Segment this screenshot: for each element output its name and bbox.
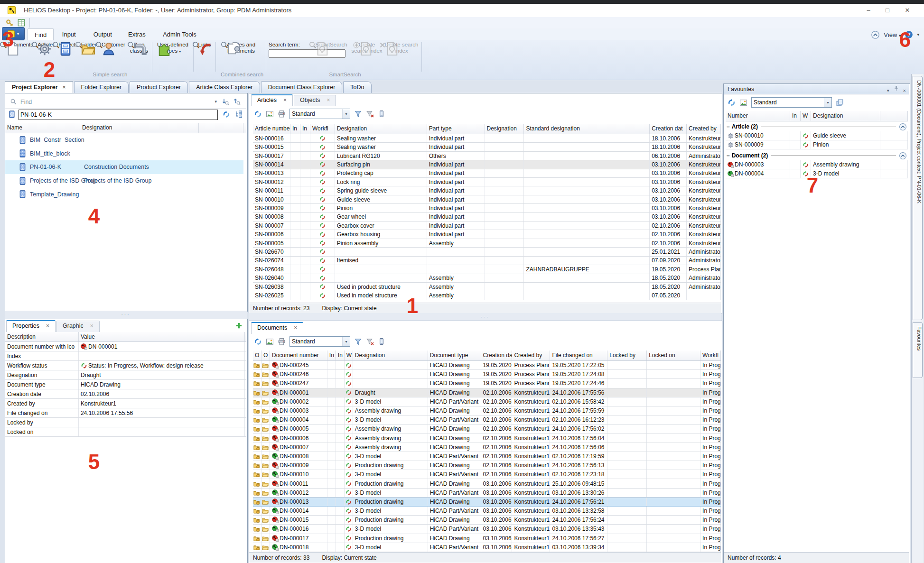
- document-row-DN-000012[interactable]: DN-0000123-D modelHiCAD Part/Variant03.1…: [253, 489, 721, 498]
- column-header[interactable]: Standard designation: [524, 124, 650, 134]
- ribbon-tab-output[interactable]: Output: [87, 28, 119, 40]
- context-vertical-tab[interactable]: DN-000001 (Document), Project context: P…: [913, 76, 923, 320]
- close-icon[interactable]: ×: [90, 323, 93, 329]
- document-row-DN-000014[interactable]: DN-0000143-D modelHiCAD Part/Variant03.1…: [253, 507, 721, 516]
- collapse-group-icon[interactable]: [899, 123, 907, 131]
- property-row[interactable]: Creation date02.10.2006: [5, 389, 246, 399]
- column-header[interactable]: W: [801, 111, 811, 121]
- column-header[interactable]: [880, 111, 908, 121]
- close-icon[interactable]: ×: [283, 97, 287, 103]
- print-icon[interactable]: [278, 110, 286, 118]
- article-row-SN-026048[interactable]: SN-026048ZAHNRADBAUGRUPPE19.05.2020Proce…: [253, 265, 721, 274]
- title-bar[interactable]: HELiOS Desktop - Project: PN-01-06-K, Fo…: [0, 4, 924, 17]
- document-row-DN-000002[interactable]: DN-0000023-D modelHiCAD Part/Variant02.1…: [253, 397, 721, 406]
- refresh-icon[interactable]: [223, 111, 230, 118]
- article-row-SN-000009[interactable]: SN-000009PinionIndividual part03.10.2006…: [253, 204, 721, 212]
- column-header[interactable]: Name: [5, 123, 80, 133]
- column-header[interactable]: Designation: [335, 124, 427, 134]
- article-row-SN-000016[interactable]: SN-000016Sealing washerIndividual part18…: [253, 134, 721, 143]
- column-header[interactable]: Locked on: [647, 351, 700, 360]
- tab-properties[interactable]: Properties×: [6, 320, 56, 332]
- column-header[interactable]: Creation dat: [650, 124, 687, 134]
- articles-column-header[interactable]: Article numberInInWorkflDesignationPart …: [253, 124, 721, 134]
- property-row[interactable]: Workflow statusStatus: In Progress, Work…: [5, 361, 246, 370]
- filter-icon[interactable]: [354, 110, 362, 118]
- column-header[interactable]: W: [345, 351, 353, 360]
- ribbon-tab-input[interactable]: Input: [56, 28, 83, 40]
- login-key-icon[interactable]: [6, 18, 14, 27]
- column-header[interactable]: In: [790, 111, 801, 121]
- favourite-row-SN-000009[interactable]: SN-000009Pinion: [726, 140, 908, 149]
- article-row-SN-000008[interactable]: SN-000008Gear wheelIndividual part03.10.…: [253, 213, 721, 222]
- column-header[interactable]: Creation dat: [481, 351, 513, 360]
- refresh-icon[interactable]: [728, 99, 736, 107]
- maximize-button[interactable]: □: [879, 5, 896, 16]
- property-row[interactable]: DesignationDraught: [5, 370, 246, 380]
- document-row-DN-000015[interactable]: DN-000015Production drawingHiCAD Drawing…: [253, 516, 721, 525]
- close-icon[interactable]: ×: [903, 85, 906, 96]
- delete-search-index-button[interactable]: Delete search index: [384, 42, 419, 54]
- explorer-tab-folder-explorer[interactable]: Folder Explorer: [74, 81, 129, 93]
- column-header[interactable]: Designation: [80, 123, 199, 133]
- horizontal-splitter[interactable]: ···: [5, 311, 247, 319]
- column-header[interactable]: Article number: [253, 124, 290, 134]
- document-row-DN-000006[interactable]: DN-000006Assembly drawingHiCAD Drawing02…: [253, 434, 721, 443]
- property-row[interactable]: Locked on: [5, 427, 246, 437]
- column-header[interactable]: Workfl: [310, 124, 335, 134]
- collapse-group-icon[interactable]: [899, 152, 907, 160]
- article-row-SN-026074[interactable]: SN-026074Itemised07.09.2020Administrator: [253, 257, 721, 265]
- chevron-down-icon[interactable]: ▾: [215, 99, 217, 104]
- collapse-ribbon-icon[interactable]: [871, 30, 880, 39]
- tree-item-pn-01-06-k[interactable]: PN-01-06-KConstruction Documents: [5, 160, 243, 174]
- favourites-column-header[interactable]: NumberInWDesignation: [726, 111, 908, 121]
- result-list-combo[interactable]: Standard▾: [289, 109, 350, 119]
- article-row-SN-000005[interactable]: SN-000005Pinion assemblyAssembly02.10.20…: [253, 239, 721, 248]
- column-header[interactable]: Description: [5, 332, 79, 341]
- column-header[interactable]: Created by: [687, 124, 721, 134]
- close-button[interactable]: ✕: [899, 5, 915, 16]
- search-term-input[interactable]: [269, 49, 345, 58]
- links-button[interactable]: Links: [195, 42, 214, 48]
- document-row-DN-000004[interactable]: DN-0000043-D modelHiCAD Part/Variant02.1…: [253, 415, 721, 425]
- column-header[interactable]: O: [253, 351, 261, 360]
- result-list-combo[interactable]: Standard▾: [289, 336, 350, 347]
- tree-structure-icon[interactable]: [235, 111, 243, 118]
- smartsearch-button[interactable]: SmartSearch: [315, 42, 347, 48]
- property-row[interactable]: Document typeHiCAD Drawing: [5, 380, 246, 389]
- favourites-combo[interactable]: Standard▾: [751, 97, 832, 108]
- tab-graphic[interactable]: Graphic×: [56, 321, 100, 332]
- document-row-DN-000018[interactable]: DN-0000183-D modelHiCAD Part/Variant03.1…: [253, 543, 721, 552]
- column-header[interactable]: Created by: [512, 351, 550, 360]
- tree-item-bim_title_block[interactable]: BIM_title_block: [5, 147, 243, 161]
- tree-item-projects of the isd group[interactable]: Projects of the ISD GroupProjects of the…: [5, 174, 243, 188]
- result-image-icon[interactable]: [739, 99, 747, 107]
- close-icon[interactable]: ×: [63, 84, 66, 91]
- property-row[interactable]: File changed on24.10.2006 17:55:56: [5, 408, 246, 418]
- sort-descending-icon[interactable]: [222, 98, 229, 105]
- explorer-tab-product-explorer[interactable]: Product Explorer: [130, 81, 188, 93]
- ribbon-tab-extras[interactable]: Extras: [121, 28, 152, 40]
- article-row-SN-000017[interactable]: SN-000017Lubricant RG120Others06.10.2006…: [253, 152, 721, 160]
- filter-icon[interactable]: [354, 338, 362, 346]
- tree-column-header[interactable]: NameDesignation: [5, 123, 246, 133]
- find-bar[interactable]: Find ▾: [5, 96, 246, 109]
- device-icon[interactable]: [378, 110, 386, 118]
- print-icon[interactable]: [278, 338, 286, 346]
- article-row-SN-000007[interactable]: SN-000007Gearbox coverIndividual part02.…: [253, 222, 721, 230]
- column-header[interactable]: Part type: [427, 124, 485, 134]
- pipe-classes-button[interactable]: Pipe classes: [127, 42, 151, 54]
- tree-item-bim_constr_section[interactable]: BIM_Constr_Section: [5, 133, 243, 147]
- column-header[interactable]: In: [300, 124, 310, 134]
- property-row[interactable]: Document number with icoDN-000001: [5, 342, 246, 351]
- favourites-title-bar[interactable]: Favourites ▾ ×: [724, 84, 909, 94]
- column-header[interactable]: [199, 123, 243, 133]
- column-header[interactable]: Designation: [353, 351, 428, 360]
- copy-list-icon[interactable]: [836, 99, 844, 107]
- document-row-DN-000245[interactable]: DN-000245HiCAD Drawing19.05.2020Process …: [253, 361, 721, 370]
- result-image-icon[interactable]: [266, 110, 274, 118]
- articles-and-documents-button[interactable]: Articles and Documents: [218, 42, 264, 54]
- favourites-group-document[interactable]: –Document (2): [727, 151, 907, 160]
- column-header[interactable]: In: [336, 351, 345, 360]
- horizontal-splitter[interactable]: ···: [249, 313, 721, 321]
- sort-ascending-icon[interactable]: [233, 98, 241, 105]
